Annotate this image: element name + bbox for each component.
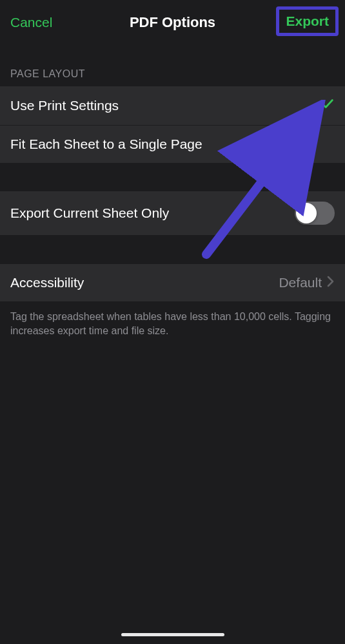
accessibility-label: Accessibility [10, 275, 84, 290]
export-current-sheet-label: Export Current Sheet Only [10, 205, 169, 221]
page-title: PDF Options [130, 14, 215, 31]
chevron-right-icon [327, 274, 335, 291]
accessibility-value-text: Default [279, 275, 322, 290]
use-print-settings-label: Use Print Settings [10, 98, 119, 113]
export-highlight: Export [276, 6, 339, 36]
toggle-knob [296, 203, 317, 223]
page-layout-section-header: PAGE LAYOUT [0, 45, 345, 86]
cancel-button[interactable]: Cancel [10, 15, 52, 30]
home-indicator [121, 633, 224, 636]
accessibility-footer-text: Tag the spreadsheet when tables have les… [0, 302, 345, 345]
spacer [0, 236, 345, 264]
export-button[interactable]: Export [286, 14, 329, 29]
accessibility-row[interactable]: Accessibility Default [0, 264, 345, 302]
export-current-toggle[interactable] [295, 202, 335, 225]
header: Cancel PDF Options Export [0, 0, 345, 45]
export-current-sheet-row[interactable]: Export Current Sheet Only [0, 191, 345, 236]
checkmark-icon [320, 97, 335, 115]
fit-each-sheet-row[interactable]: Fit Each Sheet to a Single Page [0, 126, 345, 163]
accessibility-value: Default [279, 274, 335, 291]
page-layout-group: Use Print Settings Fit Each Sheet to a S… [0, 86, 345, 163]
use-print-settings-row[interactable]: Use Print Settings [0, 86, 345, 126]
fit-each-sheet-label: Fit Each Sheet to a Single Page [10, 137, 202, 152]
spacer [0, 163, 345, 191]
